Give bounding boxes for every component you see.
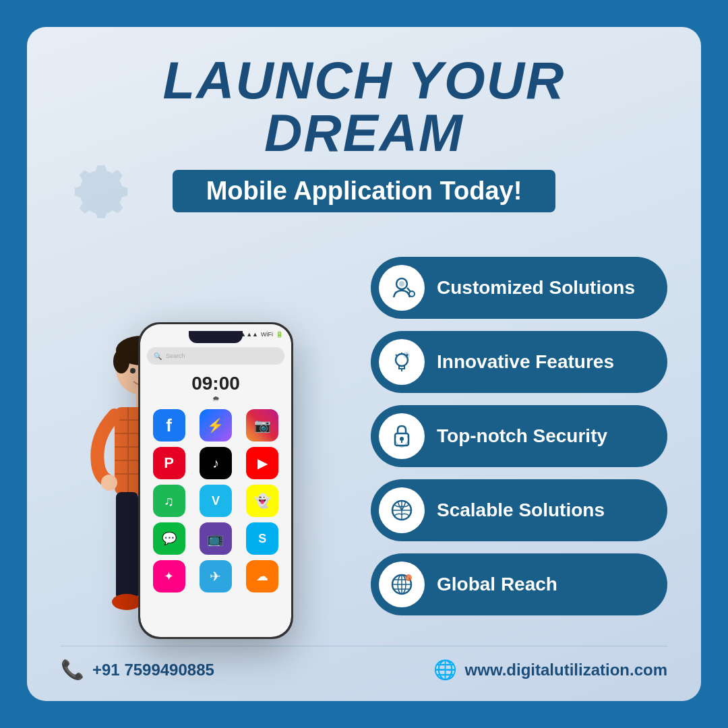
phone-weather: 🌧 — [140, 394, 291, 402]
svg-point-23 — [399, 281, 404, 286]
app-spotify[interactable]: ♫ — [153, 485, 185, 517]
innovative-features-label: Innovative Features — [437, 351, 614, 373]
phone-time-display: 09:00 🌧 — [140, 367, 291, 404]
svg-text:!: ! — [407, 575, 408, 581]
website-contact: 🌐 www.digitalutilization.com — [433, 659, 667, 681]
main-card: LAUNCH YOUR DREAM Mobile Application Tod… — [27, 27, 701, 701]
svg-text:✦: ✦ — [405, 353, 409, 357]
header-section: LAUNCH YOUR DREAM Mobile Application Tod… — [61, 54, 667, 212]
app-twitch[interactable]: 📺 — [200, 522, 232, 555]
illustration-area: ▲▲▲WiFi🔋 🔍Search 09:00 🌧 f — [61, 233, 351, 639]
phone-search-bar: 🔍Search — [147, 347, 284, 365]
features-list: Customized Solutions ✦ Innovative — [371, 233, 667, 639]
app-skype[interactable]: S — [246, 522, 278, 555]
app-facebook[interactable]: f — [153, 409, 185, 442]
content-area: ▲▲▲WiFi🔋 🔍Search 09:00 🌧 f — [61, 233, 667, 639]
app-soundcloud[interactable]: ☁ — [246, 560, 278, 593]
phone-icon: 📞 — [61, 659, 84, 681]
phone-contact: 📞 +91 7599490885 — [61, 659, 214, 681]
app-vimeo[interactable]: V — [200, 485, 232, 517]
app-pinterest[interactable]: P — [153, 447, 185, 479]
app-wechat[interactable]: 💬 — [153, 522, 185, 555]
website-icon: 🌐 — [433, 659, 457, 681]
svg-line-28 — [396, 355, 397, 356]
gear-watermark-icon — [54, 148, 148, 243]
customized-solutions-icon — [379, 265, 425, 311]
app-grid: f ⚡ 📷 P ♪ ▶ ♫ V — [140, 404, 291, 598]
website-url: www.digitalutilization.com — [465, 661, 667, 679]
top-notch-security-label: Top-notch Security — [437, 425, 607, 447]
phone-number: +91 7599490885 — [92, 661, 214, 679]
phone-notch — [189, 331, 243, 343]
svg-point-2 — [113, 349, 129, 373]
svg-point-33 — [400, 437, 404, 441]
phone-mockup: ▲▲▲WiFi🔋 🔍Search 09:00 🌧 f — [138, 322, 293, 639]
global-reach-icon: ! — [379, 562, 425, 607]
feature-innovative-features: ✦ Innovative Features — [371, 331, 667, 393]
app-messenger[interactable]: ⚡ — [200, 409, 232, 442]
innovative-features-icon: ✦ — [379, 339, 425, 385]
main-title: LAUNCH YOUR DREAM — [61, 54, 667, 159]
svg-point-15 — [101, 475, 117, 491]
app-snapchat[interactable]: 👻 — [246, 485, 278, 517]
customized-solutions-label: Customized Solutions — [437, 277, 635, 299]
subtitle-banner: Mobile Application Today! — [173, 170, 556, 212]
svg-point-20 — [112, 594, 142, 610]
phone-clock: 09:00 — [140, 373, 291, 394]
app-telegram[interactable]: ✈ — [200, 560, 232, 593]
svg-point-3 — [130, 368, 135, 373]
feature-global-reach: ! Global Reach — [371, 553, 667, 615]
scalable-solutions-icon — [379, 487, 425, 533]
scalable-solutions-label: Scalable Solutions — [437, 499, 605, 521]
app-flickr[interactable]: ✦ — [153, 560, 185, 593]
feature-scalable-solutions: Scalable Solutions — [371, 479, 667, 541]
footer: 📞 +91 7599490885 🌐 www.digitalutilizatio… — [61, 646, 667, 681]
feature-customized-solutions: Customized Solutions — [371, 257, 667, 319]
app-tiktok[interactable]: ♪ — [200, 447, 232, 479]
top-notch-security-icon — [379, 413, 425, 459]
svg-rect-18 — [116, 492, 138, 600]
svg-point-24 — [409, 291, 415, 297]
global-reach-label: Global Reach — [437, 574, 557, 595]
feature-top-notch-security: Top-notch Security — [371, 405, 667, 467]
app-instagram[interactable]: 📷 — [246, 409, 278, 442]
app-youtube[interactable]: ▶ — [246, 447, 278, 479]
